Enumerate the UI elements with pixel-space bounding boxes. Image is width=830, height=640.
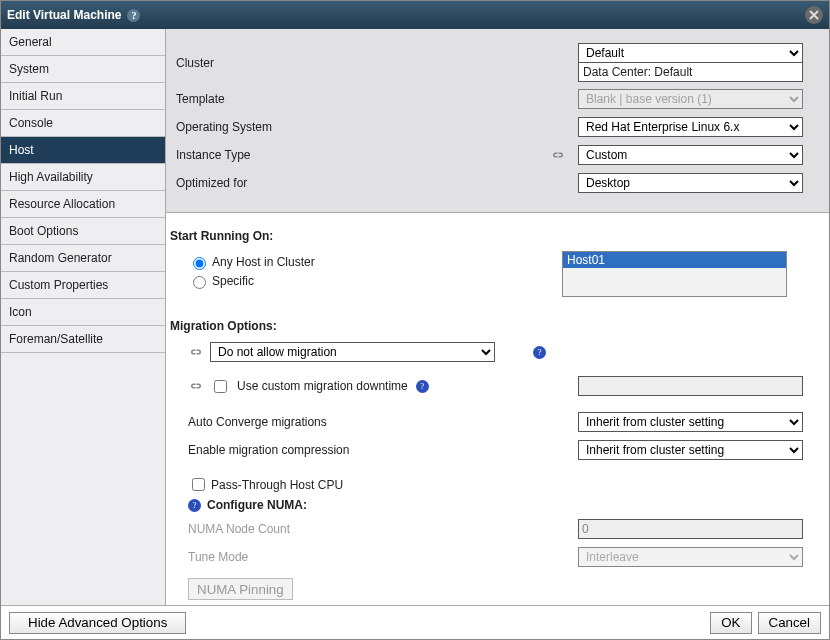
hide-advanced-button[interactable]: Hide Advanced Options [9,612,186,634]
chain-icon [188,381,204,391]
chain-icon [550,150,566,160]
dialog-title: Edit Virtual Machine [7,8,121,22]
os-select[interactable]: Red Hat Enterprise Linux 6.x [578,117,803,137]
titlebar: Edit Virtual Machine ? [1,1,829,29]
host-listbox[interactable]: Host01 [562,251,787,297]
specific-host-radio[interactable] [193,276,206,289]
template-label: Template [176,92,361,106]
configure-numa-title: Configure NUMA: [207,498,307,512]
template-select: Blank | base version (1) [578,89,803,109]
numa-node-count-label: NUMA Node Count [188,522,290,536]
tune-mode-label: Tune Mode [188,550,248,564]
nav-item-foreman-satellite[interactable]: Foreman/Satellite [1,326,165,353]
auto-converge-label: Auto Converge migrations [188,415,327,429]
auto-converge-select[interactable]: Inherit from cluster setting [578,412,803,432]
dialog-edit-vm: Edit Virtual Machine ? GeneralSystemInit… [0,0,830,640]
nav-item-system[interactable]: System [1,56,165,83]
cluster-select[interactable]: Default [578,43,803,63]
passthrough-cpu-checkbox[interactable] [192,478,205,491]
numa-pinning-button: NUMA Pinning [188,578,293,600]
migration-compression-select[interactable]: Inherit from cluster setting [578,440,803,460]
custom-downtime-field [578,376,803,396]
any-host-label: Any Host in Cluster [212,255,315,269]
instance-type-select[interactable]: Custom [578,145,803,165]
help-icon[interactable]: ? [188,499,201,512]
numa-node-count-field [578,519,803,539]
nav-item-custom-properties[interactable]: Custom Properties [1,272,165,299]
close-icon[interactable] [805,6,823,24]
help-icon[interactable]: ? [533,346,546,359]
passthrough-cpu-label: Pass-Through Host CPU [211,478,343,492]
content-area: Cluster Default Data Center: Default Tem… [166,29,829,605]
optimized-select[interactable]: Desktop [578,173,803,193]
specific-host-label: Specific [212,274,254,288]
nav-item-boot-options[interactable]: Boot Options [1,218,165,245]
start-running-on-title: Start Running On: [170,229,819,243]
custom-downtime-label: Use custom migration downtime [237,379,408,393]
nav-item-host[interactable]: Host [1,137,165,164]
ok-button[interactable]: OK [710,612,751,634]
nav-item-random-generator[interactable]: Random Generator [1,245,165,272]
custom-downtime-checkbox[interactable] [214,380,227,393]
migration-mode-select[interactable]: Do not allow migration [210,342,495,362]
os-label: Operating System [176,120,361,134]
nav-item-initial-run[interactable]: Initial Run [1,83,165,110]
nav-item-icon[interactable]: Icon [1,299,165,326]
migration-compression-label: Enable migration compression [188,443,349,457]
chain-icon [188,347,204,357]
nav-item-console[interactable]: Console [1,110,165,137]
help-icon[interactable]: ? [127,9,140,22]
host-list-item[interactable]: Host01 [563,252,786,268]
datacenter-text: Data Center: Default [578,63,803,82]
cluster-label: Cluster [176,56,361,70]
tune-mode-select: Interleave [578,547,803,567]
nav-item-resource-allocation[interactable]: Resource Allocation [1,191,165,218]
dialog-body: GeneralSystemInitial RunConsoleHostHigh … [1,29,829,605]
host-tab-pane: Start Running On: Any Host in Cluster Sp… [166,213,829,605]
migration-options-title: Migration Options: [170,319,819,333]
side-nav: GeneralSystemInitial RunConsoleHostHigh … [1,29,166,605]
nav-item-high-availability[interactable]: High Availability [1,164,165,191]
optimized-label: Optimized for [176,176,361,190]
cancel-button[interactable]: Cancel [758,612,822,634]
common-settings-pane: Cluster Default Data Center: Default Tem… [166,29,829,213]
nav-item-general[interactable]: General [1,29,165,56]
button-bar: Hide Advanced Options OK Cancel [1,605,829,639]
instance-type-label: Instance Type [176,148,361,162]
help-icon[interactable]: ? [416,380,429,393]
any-host-radio[interactable] [193,257,206,270]
